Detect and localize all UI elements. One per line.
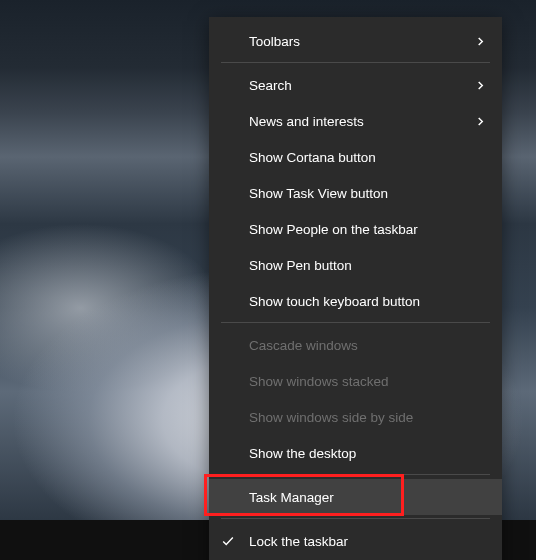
menu-item-label: News and interests (249, 114, 472, 129)
menu-item-lock-the-taskbar[interactable]: Lock the taskbar (209, 523, 502, 559)
menu-item-label: Show Pen button (249, 258, 488, 273)
menu-item-label: Toolbars (249, 34, 472, 49)
menu-item-show-people-on-the-taskbar[interactable]: Show People on the taskbar (209, 211, 502, 247)
menu-item-show-the-desktop[interactable]: Show the desktop (209, 435, 502, 471)
menu-item-label: Search (249, 78, 472, 93)
menu-separator (221, 62, 490, 63)
menu-item-label: Cascade windows (249, 338, 488, 353)
desktop-background: ToolbarsSearchNews and interestsShow Cor… (0, 0, 536, 560)
menu-item-label: Show Cortana button (249, 150, 488, 165)
menu-item-label: Show windows stacked (249, 374, 488, 389)
menu-item-toolbars[interactable]: Toolbars (209, 23, 502, 59)
menu-item-show-task-view-button[interactable]: Show Task View button (209, 175, 502, 211)
menu-item-search[interactable]: Search (209, 67, 502, 103)
menu-item-show-cortana-button[interactable]: Show Cortana button (209, 139, 502, 175)
chevron-right-icon (472, 113, 488, 129)
menu-item-show-pen-button[interactable]: Show Pen button (209, 247, 502, 283)
menu-item-label: Lock the taskbar (249, 534, 488, 549)
chevron-right-icon (472, 77, 488, 93)
check-icon (220, 533, 236, 549)
menu-item-cascade-windows: Cascade windows (209, 327, 502, 363)
menu-item-task-manager[interactable]: Task Manager (209, 479, 502, 515)
menu-item-show-windows-side-by-side: Show windows side by side (209, 399, 502, 435)
menu-item-label: Show touch keyboard button (249, 294, 488, 309)
menu-item-show-touch-keyboard-button[interactable]: Show touch keyboard button (209, 283, 502, 319)
menu-item-label: Task Manager (249, 490, 488, 505)
menu-separator (221, 518, 490, 519)
menu-separator (221, 322, 490, 323)
menu-item-label: Show People on the taskbar (249, 222, 488, 237)
chevron-right-icon (472, 33, 488, 49)
menu-item-label: Show Task View button (249, 186, 488, 201)
menu-item-label: Show windows side by side (249, 410, 488, 425)
menu-item-news-and-interests[interactable]: News and interests (209, 103, 502, 139)
menu-item-show-windows-stacked: Show windows stacked (209, 363, 502, 399)
taskbar-context-menu: ToolbarsSearchNews and interestsShow Cor… (209, 17, 502, 560)
menu-item-label: Show the desktop (249, 446, 488, 461)
menu-separator (221, 474, 490, 475)
